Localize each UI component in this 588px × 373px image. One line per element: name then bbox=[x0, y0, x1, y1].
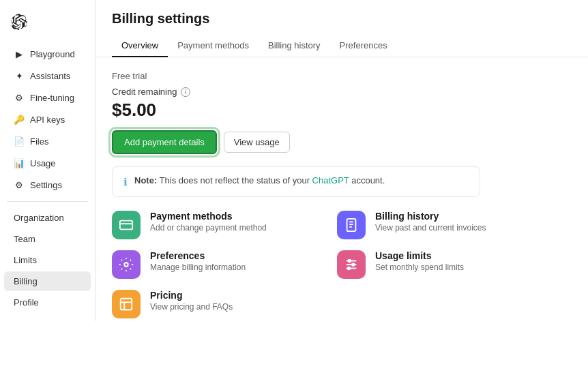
sidebar-item-usage[interactable]: 📊 Usage bbox=[4, 153, 91, 173]
sidebar-item-playground[interactable]: ▶ Playground bbox=[4, 44, 91, 64]
sidebar-item-assistants[interactable]: ✦ Assistants bbox=[4, 65, 91, 86]
sidebar-item-api-keys[interactable]: 🔑 API keys bbox=[4, 109, 91, 130]
preferences-icon bbox=[112, 250, 141, 279]
credit-label-row: Credit remaining i bbox=[112, 87, 572, 97]
svg-point-6 bbox=[124, 263, 128, 267]
sidebar-item-profile[interactable]: Profile bbox=[4, 293, 91, 312]
tab-billing-history[interactable]: Billing history bbox=[259, 35, 330, 57]
sidebar: ▶ Playground ✦ Assistants ⚙ Fine-tuning … bbox=[0, 0, 95, 373]
action-buttons: Add payment details View usage bbox=[112, 130, 572, 154]
tune-icon: ⚙ bbox=[14, 92, 25, 103]
cards-grid: Payment methods Add or change payment me… bbox=[112, 211, 535, 318]
usage-limits-icon bbox=[337, 250, 366, 279]
card-pricing[interactable]: Pricing View pricing and FAQs bbox=[112, 290, 310, 318]
svg-point-12 bbox=[348, 267, 351, 270]
tab-bar: Overview Payment methods Billing history… bbox=[112, 35, 572, 57]
gear-icon: ⚙ bbox=[14, 179, 25, 190]
tab-payment-methods[interactable]: Payment methods bbox=[168, 35, 259, 57]
credit-amount: $5.00 bbox=[112, 100, 572, 121]
sidebar-item-files[interactable]: 📄 Files bbox=[4, 131, 91, 151]
card-billing-history[interactable]: Billing history View past and current in… bbox=[337, 211, 535, 239]
card-billing-subtitle: View past and current invoices bbox=[375, 223, 486, 233]
content-area: Free trial Credit remaining i $5.00 Add … bbox=[95, 57, 588, 373]
tab-overview[interactable]: Overview bbox=[112, 35, 168, 57]
sparkle-icon: ✦ bbox=[14, 70, 25, 81]
sidebar-item-fine-tuning[interactable]: ⚙ Fine-tuning bbox=[4, 87, 91, 108]
sidebar-divider bbox=[7, 201, 88, 202]
svg-point-10 bbox=[348, 260, 351, 263]
card-prefs-title: Preferences bbox=[150, 250, 246, 261]
credit-label: Credit remaining bbox=[112, 87, 177, 97]
card-payment-methods[interactable]: Payment methods Add or change payment me… bbox=[112, 211, 310, 239]
note-box: ℹ Note: This does not reflect the status… bbox=[112, 166, 480, 197]
svg-rect-0 bbox=[120, 221, 132, 230]
card-payment-subtitle: Add or change payment method bbox=[150, 223, 267, 233]
sidebar-item-organization[interactable]: Organization bbox=[4, 208, 91, 228]
free-trial-label: Free trial bbox=[112, 71, 572, 81]
info-circle-icon: ℹ bbox=[123, 176, 128, 188]
page-title: Billing settings bbox=[112, 11, 572, 27]
page-header: Billing settings Overview Payment method… bbox=[95, 0, 588, 57]
svg-rect-13 bbox=[121, 299, 132, 310]
pricing-icon bbox=[112, 290, 141, 318]
chart-icon: 📊 bbox=[14, 158, 25, 168]
sidebar-item-billing[interactable]: Billing bbox=[4, 271, 91, 291]
main-content: Billing settings Overview Payment method… bbox=[95, 0, 588, 373]
card-usage-subtitle: Set monthly spend limits bbox=[375, 263, 464, 272]
card-billing-title: Billing history bbox=[375, 211, 486, 222]
card-usage-title: Usage limits bbox=[375, 250, 464, 261]
svg-point-11 bbox=[352, 263, 355, 266]
card-prefs-subtitle: Manage billing information bbox=[150, 263, 246, 272]
payment-methods-icon bbox=[112, 211, 141, 239]
billing-history-icon bbox=[337, 211, 366, 239]
note-bold: Note: bbox=[134, 175, 157, 185]
card-payment-title: Payment methods bbox=[150, 211, 267, 222]
card-preferences[interactable]: Preferences Manage billing information bbox=[112, 250, 310, 279]
tab-preferences[interactable]: Preferences bbox=[330, 35, 397, 57]
sidebar-item-limits[interactable]: Limits bbox=[4, 250, 91, 270]
add-payment-button[interactable]: Add payment details bbox=[112, 130, 217, 154]
play-icon: ▶ bbox=[14, 48, 25, 59]
sidebar-item-team[interactable]: Team bbox=[4, 229, 91, 249]
note-text: Note: This does not reflect the status o… bbox=[134, 175, 385, 185]
card-pricing-subtitle: View pricing and FAQs bbox=[150, 302, 233, 312]
file-icon: 📄 bbox=[14, 136, 25, 147]
card-usage-limits[interactable]: Usage limits Set monthly spend limits bbox=[337, 250, 535, 279]
sidebar-item-settings[interactable]: ⚙ Settings bbox=[4, 175, 91, 195]
key-icon: 🔑 bbox=[14, 114, 25, 125]
logo bbox=[0, 8, 95, 43]
view-usage-button[interactable]: View usage bbox=[224, 132, 290, 153]
chatgpt-link[interactable]: ChatGPT bbox=[312, 175, 349, 185]
card-pricing-title: Pricing bbox=[150, 290, 233, 301]
info-icon: i bbox=[181, 87, 190, 97]
